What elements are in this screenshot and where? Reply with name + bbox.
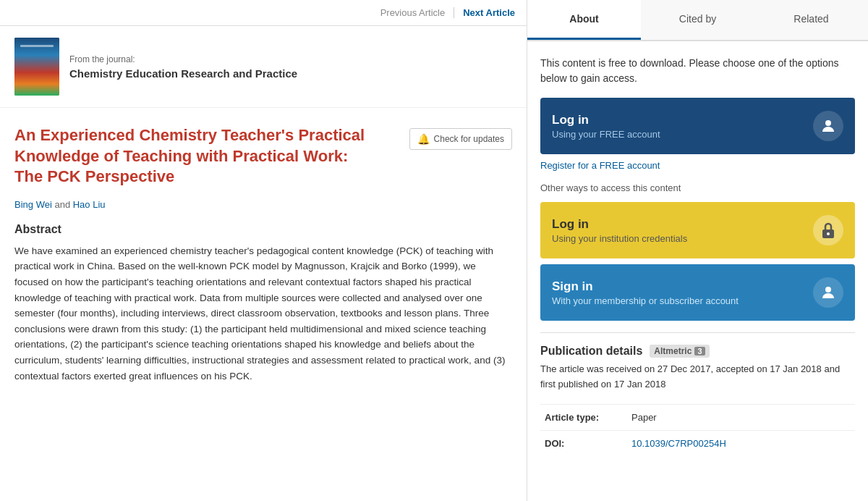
abstract-section: Abstract We have examined an experienced… bbox=[14, 223, 512, 384]
login-free-title: Log in bbox=[552, 113, 660, 127]
login-member-text: Sign in With your membership or subscrib… bbox=[552, 279, 739, 306]
article-title: An Experienced Chemistry Teacher's Pract… bbox=[14, 125, 376, 188]
next-article-link[interactable]: Next Article bbox=[454, 7, 515, 18]
right-panel: About Cited by Related This content is f… bbox=[527, 0, 868, 501]
access-intro-text: This content is free to download. Please… bbox=[540, 56, 855, 86]
doi-value: 10.1039/C7RP00254H bbox=[627, 430, 855, 456]
journal-name: Chemistry Education Research and Practic… bbox=[69, 67, 297, 80]
journal-from-label: From the journal: bbox=[69, 54, 297, 64]
article-type-value: Paper bbox=[627, 404, 855, 430]
altmetric-number: 3 bbox=[694, 347, 705, 355]
login-member-title: Sign in bbox=[552, 279, 739, 294]
tab-about[interactable]: About bbox=[527, 0, 641, 40]
tab-related[interactable]: Related bbox=[754, 0, 868, 40]
login-member-subtitle: With your membership or subscriber accou… bbox=[552, 295, 739, 306]
left-panel: Previous Article Next Article From the j… bbox=[0, 0, 527, 501]
login-institution-lock-icon bbox=[813, 215, 843, 245]
doi-label: DOI: bbox=[540, 430, 627, 456]
abstract-heading: Abstract bbox=[14, 223, 512, 236]
abstract-text: We have examined an experienced chemistr… bbox=[14, 243, 512, 384]
pub-details-section: Publication details Altmetric 3 The arti… bbox=[540, 332, 855, 456]
article-type-label: Article type: bbox=[540, 404, 627, 430]
right-content: This content is free to download. Please… bbox=[527, 41, 868, 471]
article-title-row: An Experienced Chemistry Teacher's Pract… bbox=[14, 125, 512, 188]
login-free-text: Log in Using your FREE account bbox=[552, 113, 660, 140]
register-link[interactable]: Register for a FREE account bbox=[540, 160, 855, 171]
journal-header: From the journal: Chemistry Education Re… bbox=[0, 26, 527, 108]
author-connector: and bbox=[54, 199, 72, 210]
login-institution-text: Log in Using your institution credential… bbox=[552, 217, 687, 244]
article-nav: Previous Article Next Article bbox=[0, 0, 527, 26]
altmetric-badge: Altmetric 3 bbox=[650, 345, 709, 358]
other-ways-label: Other ways to access this content bbox=[540, 182, 855, 193]
pub-dates-text: The article was received on 27 Dec 2017,… bbox=[540, 362, 855, 392]
login-free-subtitle: Using your FREE account bbox=[552, 129, 660, 140]
svg-point-3 bbox=[825, 287, 831, 292]
doi-link[interactable]: 10.1039/C7RP00254H bbox=[631, 438, 726, 449]
author-bing-wei[interactable]: Bing Wei bbox=[14, 199, 52, 210]
author-hao-liu[interactable]: Hao Liu bbox=[73, 199, 106, 210]
authors: Bing Wei and Hao Liu bbox=[14, 199, 512, 210]
svg-point-2 bbox=[827, 232, 830, 235]
login-institution-title: Log in bbox=[552, 217, 687, 232]
bell-icon: 🔔 bbox=[417, 133, 430, 145]
doi-row: DOI: 10.1039/C7RP00254H bbox=[540, 430, 855, 456]
altmetric-label: Altmetric bbox=[654, 346, 692, 356]
svg-point-0 bbox=[825, 120, 831, 126]
article-main: An Experienced Chemistry Teacher's Pract… bbox=[0, 108, 527, 398]
login-member-card[interactable]: Sign in With your membership or subscrib… bbox=[540, 264, 855, 321]
article-type-row: Article type: Paper bbox=[540, 404, 855, 430]
journal-info: From the journal: Chemistry Education Re… bbox=[69, 54, 297, 80]
login-institution-subtitle: Using your institution credentials bbox=[552, 233, 687, 244]
check-updates-label: Check for updates bbox=[434, 134, 504, 144]
login-institution-card[interactable]: Log in Using your institution credential… bbox=[540, 202, 855, 258]
pub-details-heading: Publication details Altmetric 3 bbox=[540, 345, 855, 358]
check-updates-button[interactable]: 🔔 Check for updates bbox=[409, 128, 512, 150]
tabs: About Cited by Related bbox=[527, 0, 868, 41]
journal-cover-image bbox=[14, 38, 59, 96]
pub-meta-table: Article type: Paper DOI: 10.1039/C7RP002… bbox=[540, 404, 855, 456]
prev-article-link[interactable]: Previous Article bbox=[380, 7, 455, 18]
login-free-user-icon bbox=[813, 111, 843, 141]
login-free-card[interactable]: Log in Using your FREE account bbox=[540, 98, 855, 154]
login-member-user-icon bbox=[813, 277, 843, 308]
tab-cited-by[interactable]: Cited by bbox=[641, 0, 754, 40]
